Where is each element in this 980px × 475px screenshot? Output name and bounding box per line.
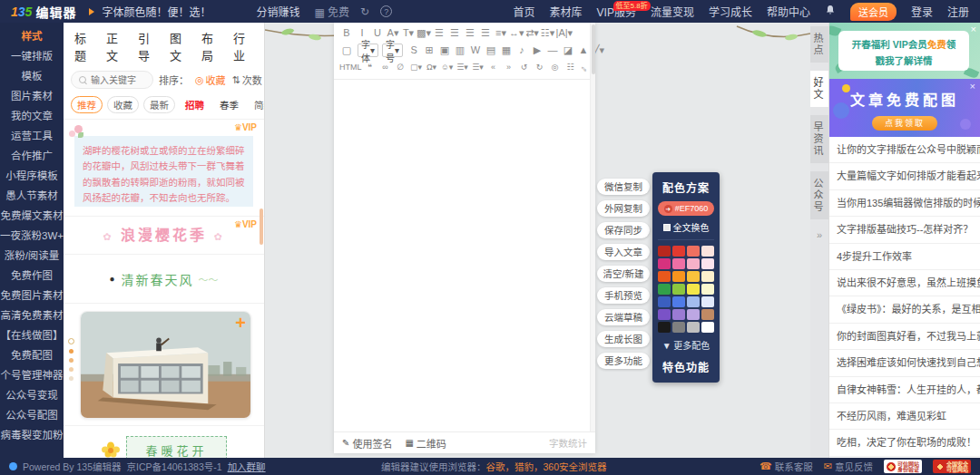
claim-now-button[interactable]: 点我领取 <box>872 116 937 131</box>
register-link[interactable]: 注册 <box>947 4 969 19</box>
chart-icon[interactable]: ▲ <box>576 43 591 58</box>
new-doc-icon[interactable]: ▢ <box>339 43 354 58</box>
paragraph-icon[interactable]: ☷▾ <box>541 25 555 41</box>
sidebar-item[interactable]: 免费作图 <box>0 266 64 286</box>
article-list-item[interactable]: 不经历风雨，难遇见彩虹 <box>829 403 980 430</box>
carousel-dot-ring[interactable] <box>68 338 74 344</box>
unordered-list-icon[interactable]: ☰▾ <box>471 60 485 75</box>
sidebar-item[interactable]: 一夜涨粉3W+ <box>0 226 64 246</box>
color-swatch[interactable] <box>672 246 685 257</box>
filter-chip[interactable]: 收藏 <box>107 96 139 113</box>
editor-scrollbar[interactable] <box>590 23 595 431</box>
find-replace-icon[interactable]: ◎ <box>548 60 563 75</box>
qrcode-button[interactable]: ▦ 二维码 <box>405 436 446 451</box>
align-center-icon[interactable]: ☰ <box>447 25 462 41</box>
redo-icon[interactable]: ↻ <box>533 60 547 75</box>
article-list-item[interactable]: 《绿皮书》：最好的关系，是互相成就 <box>829 296 980 323</box>
article-list-item[interactable]: 自律女神韩雪：人生开挂的人，都有这... <box>829 377 980 403</box>
close-icon[interactable]: × <box>971 24 976 34</box>
floating-action-button[interactable]: 清空/新建 <box>597 266 650 282</box>
style-tab[interactable]: 图文 <box>170 29 190 63</box>
style-card-sakura-title[interactable]: ♛VIP ✿ 浪漫樱花季 ✿ <box>64 217 264 255</box>
blockquote-icon[interactable]: ❝ <box>363 60 377 75</box>
current-color-button[interactable]: ➜ #EF7060 <box>658 201 714 216</box>
color-swatch[interactable] <box>687 271 700 282</box>
add-image-button[interactable]: + <box>235 314 246 332</box>
color-swatch[interactable] <box>701 246 714 257</box>
color-swatch[interactable] <box>672 322 685 333</box>
indent-icon[interactable]: ⇄▾ <box>525 25 540 41</box>
style-tab[interactable]: 行业 <box>233 29 253 63</box>
floating-action-button[interactable]: 外网复制 <box>597 200 650 217</box>
ordered-list-icon[interactable]: ☰▾ <box>456 60 470 75</box>
carousel-dot[interactable] <box>69 349 74 354</box>
sidebar-item[interactable]: 合作推广 <box>0 146 64 166</box>
style-tab[interactable]: 标题 <box>74 29 94 63</box>
right-vertical-tab[interactable]: 好文 <box>810 71 828 107</box>
link-icon[interactable]: ∞ <box>378 60 393 75</box>
article-list-item[interactable]: 大量篇幅文字如何排版才能看起来赏心... <box>829 163 980 189</box>
help-icon[interactable]: ? <box>380 5 392 17</box>
image-icon[interactable]: ▣ <box>437 43 452 58</box>
sidebar-item[interactable]: 一键排版 <box>0 46 64 66</box>
color-swatch[interactable] <box>658 258 671 269</box>
font-family-select[interactable]: 字体▾ <box>358 44 378 57</box>
right-vertical-tab[interactable]: 公众号 <box>810 171 828 219</box>
filter-chip[interactable]: 简约 <box>249 97 265 112</box>
checkbox-icon[interactable] <box>663 224 671 231</box>
undo-icon[interactable]: ↺ <box>517 60 532 75</box>
letter-spacing-icon[interactable]: ↔▾ <box>509 25 524 41</box>
style-card-spring-button[interactable]: 春暖花开 <box>64 426 264 458</box>
style-card-sakura-paragraph[interactable]: ♛VIP 湖畔的樱花树或立或倾的立在纷繁细碎的花瓣中，风刮过枝头带下一群飞舞着的… <box>64 120 264 217</box>
color-swatch[interactable] <box>658 284 671 295</box>
sidebar-item[interactable]: 愚人节素材 <box>0 186 64 206</box>
color-swatch[interactable] <box>672 271 685 282</box>
nav-help-center[interactable]: 帮助中心 <box>767 4 810 19</box>
vip-promo-banner[interactable]: × 开春福利 VIP会员免费领 戳我了解详情 <box>829 23 980 79</box>
eraser-icon[interactable]: ◪ <box>561 43 575 58</box>
word-import-icon[interactable]: W <box>468 43 483 58</box>
affiliate-link[interactable]: 分销赚钱 <box>256 4 299 19</box>
divider-icon[interactable]: — <box>545 43 560 58</box>
color-swatch[interactable] <box>672 296 685 307</box>
article-list-item[interactable]: 说出来很不好意思，虽然上班摸鱼了一... <box>829 270 980 296</box>
right-vertical-tab[interactable]: 热点 <box>810 26 828 63</box>
style-tab[interactable]: 布局 <box>201 29 221 63</box>
sidebar-item[interactable]: 免费爆文素材 <box>0 206 64 226</box>
free-images-banner[interactable]: × 文章免费配图 点我领取 <box>829 79 980 137</box>
color-swatch[interactable] <box>701 258 714 269</box>
contact-support-button[interactable]: ☎ 联系客服 <box>760 460 813 473</box>
style-panel-scrollbar[interactable] <box>260 208 263 245</box>
sort-option[interactable]: ⇅ 次数 <box>232 73 262 87</box>
sidebar-item[interactable]: 高清免费素材 <box>0 305 64 325</box>
line-height-icon[interactable]: ≡▾ <box>494 25 508 41</box>
carousel-dot[interactable] <box>69 376 74 381</box>
full-text-recolor-checkbox[interactable]: 全文换色 <box>658 220 714 240</box>
article-list-item[interactable]: 让你的文字排版在公众号中脱颖而出 <box>829 137 980 163</box>
article-list-item[interactable]: 文字排版基础技巧--怎样对齐？ <box>829 217 980 243</box>
indent-left-icon[interactable]: « <box>486 60 501 75</box>
text-case-icon[interactable]: |A|▾ <box>556 25 573 41</box>
color-swatch[interactable] <box>701 309 714 320</box>
more-colors-button[interactable]: ▼ 更多配色 <box>658 338 714 352</box>
right-vertical-tab[interactable]: 早资讯 <box>810 115 828 163</box>
national-security-badge[interactable]: 全国安全可信网站 <box>933 460 971 473</box>
color-swatch[interactable] <box>658 322 671 333</box>
color-swatch[interactable] <box>672 258 685 269</box>
html-icon[interactable]: HTML <box>339 60 362 75</box>
highlight-color-icon[interactable]: T▾ <box>401 25 416 41</box>
color-swatch[interactable] <box>701 296 714 307</box>
spring-bloom-button[interactable]: 春暖花开 <box>126 436 226 458</box>
sidebar-item[interactable]: 免费图片素材 <box>0 286 64 305</box>
search-input[interactable] <box>91 75 145 85</box>
color-swatch[interactable] <box>672 284 685 295</box>
emoji-icon[interactable]: ☺▾ <box>440 60 455 75</box>
color-swatch[interactable] <box>687 322 700 333</box>
sidebar-item[interactable]: 样式 <box>0 26 64 46</box>
sidebar-item[interactable]: 【在线做图】 <box>0 325 64 345</box>
style-card-spring-title[interactable]: ● 清新春天风 〜〜 <box>64 255 264 304</box>
nav-learning[interactable]: 学习成长 <box>709 4 752 19</box>
editor-content-area[interactable] <box>334 80 595 415</box>
search-input-wrap[interactable] <box>71 71 153 89</box>
color-swatch[interactable] <box>687 296 700 307</box>
